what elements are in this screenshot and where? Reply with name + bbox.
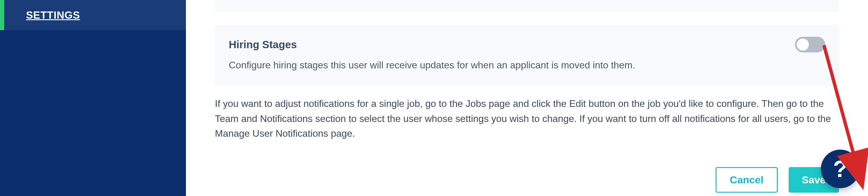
- cancel-button[interactable]: Cancel: [716, 167, 778, 193]
- card-title: Hiring Stages: [229, 39, 297, 50]
- previous-card-bottom: [215, 0, 839, 12]
- help-icon: ?: [833, 155, 847, 183]
- action-row: Cancel Save: [215, 167, 839, 193]
- main-content: Hiring Stages Configure hiring stages th…: [186, 0, 868, 196]
- sidebar-item-label: SETTINGS: [26, 9, 80, 21]
- toggle-knob: [797, 39, 809, 50]
- sidebar-accent: [0, 0, 4, 30]
- hiring-stages-toggle[interactable]: [795, 37, 825, 52]
- help-fab[interactable]: ?: [821, 150, 860, 188]
- card-description: Configure hiring stages this user will r…: [229, 58, 825, 72]
- help-paragraph: If you want to adjust notifications for …: [215, 96, 839, 141]
- hiring-stages-card: Hiring Stages Configure hiring stages th…: [215, 25, 839, 86]
- card-header: Hiring Stages: [229, 37, 825, 52]
- sidebar-item-settings[interactable]: SETTINGS: [0, 0, 186, 30]
- sidebar: SETTINGS: [0, 0, 186, 196]
